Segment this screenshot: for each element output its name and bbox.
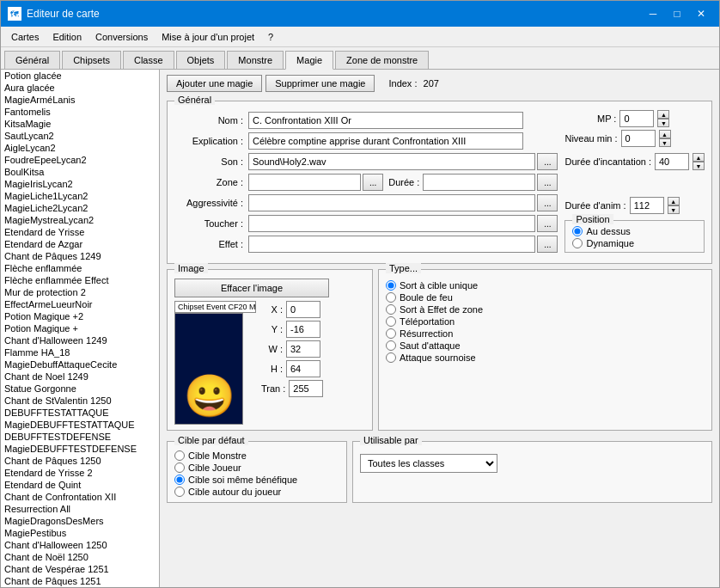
list-item[interactable]: Aura glacée	[1, 82, 159, 94]
list-item[interactable]: Chant de Confrontation XII	[1, 491, 159, 503]
type-teleportation-radio[interactable]	[386, 316, 396, 327]
explication-input[interactable]	[248, 132, 523, 150]
add-magic-button[interactable]: Ajouter une magie	[167, 75, 262, 92]
duree-anim-spin-down[interactable]: ▼	[668, 205, 680, 214]
list-item[interactable]: Etendard de Yrisse	[1, 226, 159, 238]
list-item[interactable]: MagieMystreaLycan2	[1, 214, 159, 226]
aggressivite-browse-button[interactable]: ...	[537, 194, 558, 211]
list-item[interactable]: Flamme HA_18	[1, 346, 159, 358]
list-item[interactable]: Resurrection All	[1, 503, 159, 515]
nom-input[interactable]	[248, 112, 523, 129]
effacer-image-button[interactable]: Effacer l'image	[174, 279, 329, 297]
list-item[interactable]: MagieDragonsDesMers	[1, 515, 159, 527]
list-item[interactable]: Statue Gorgonne	[1, 383, 159, 395]
tab-magie[interactable]: Magie	[285, 51, 333, 70]
menu-mise-a-jour[interactable]: Mise à jour d'un projet	[155, 30, 261, 44]
type-resurrection[interactable]: Résurrection	[386, 328, 705, 339]
list-item[interactable]: MagieDEBUFFTESTDEFENSE	[1, 443, 159, 455]
duree-anim-spin-up[interactable]: ▲	[668, 197, 680, 205]
position-au-dessus-radio[interactable]	[572, 226, 583, 236]
list-item[interactable]: Potion Magique +2	[1, 310, 159, 322]
type-sort-cible-unique-radio[interactable]	[386, 280, 396, 291]
type-attaque-sournoise[interactable]: Attaque sournoise	[386, 352, 705, 363]
menu-help[interactable]: ?	[261, 30, 280, 44]
niveau-min-input[interactable]	[621, 130, 656, 147]
list-item[interactable]: Chant de Noel 1249	[1, 371, 159, 383]
type-sort-effet-zone-radio[interactable]	[386, 304, 396, 315]
cible-autour[interactable]: Cible autour du joueur	[174, 487, 339, 497]
niveau-min-spin-up[interactable]: ▲	[659, 130, 671, 138]
aggressivite-input[interactable]	[248, 194, 535, 211]
list-item[interactable]: SautLycan2	[1, 130, 159, 142]
list-item[interactable]: Fantomelis	[1, 106, 159, 118]
list-item[interactable]: Etendard de Azgar	[1, 238, 159, 250]
y-input[interactable]	[286, 321, 320, 338]
tab-chipsets[interactable]: Chipsets	[62, 51, 121, 69]
list-item[interactable]: Chant de Pâques 1251	[1, 575, 159, 587]
list-item[interactable]: Etendard de Yrisse 2	[1, 467, 159, 479]
type-boule-de-feu-radio[interactable]	[386, 292, 396, 303]
list-item[interactable]: Chant de Vespérae 1251	[1, 563, 159, 575]
duree-browse-button[interactable]: ...	[537, 174, 558, 191]
duree-input[interactable]	[423, 174, 535, 191]
mp-spin-up[interactable]: ▲	[657, 110, 669, 119]
position-dynamique-radio[interactable]	[572, 238, 583, 248]
cible-joueur[interactable]: Cible Joueur	[174, 462, 339, 473]
tab-objets[interactable]: Objets	[176, 51, 226, 69]
duree-incantation-spin-up[interactable]: ▲	[693, 153, 705, 162]
list-item[interactable]: Chant de Pâques 1250	[1, 455, 159, 467]
son-input[interactable]	[248, 153, 535, 170]
type-saut-attaque[interactable]: Saut d'attaque	[386, 340, 705, 351]
list-item[interactable]: Chant de Pâques 1249	[1, 250, 159, 262]
effet-browse-button[interactable]: ...	[537, 236, 558, 253]
type-sort-effet-zone[interactable]: Sort à Effet de zone	[386, 304, 705, 315]
effet-input[interactable]	[248, 236, 535, 253]
tab-classe[interactable]: Classe	[123, 51, 174, 69]
list-item[interactable]: Flèche enflammée Effect	[1, 274, 159, 286]
cible-soi-meme[interactable]: Cible soi même bénéfique	[174, 475, 339, 485]
x-input[interactable]	[286, 301, 320, 318]
list-item[interactable]: Chant d'Halloween 1249	[1, 334, 159, 346]
mp-input[interactable]	[619, 110, 654, 127]
toucher-input[interactable]	[248, 215, 535, 232]
list-item[interactable]: FoudreEpeeLycan2	[1, 154, 159, 166]
close-button[interactable]: ✕	[690, 5, 712, 22]
list-item[interactable]: MagieDEBUFFTESTATTAQUE	[1, 419, 159, 431]
sidebar-list[interactable]: Potion glacée Aura glacée MagieArméLanis…	[1, 70, 159, 587]
type-resurrection-radio[interactable]	[386, 328, 396, 339]
type-teleportation[interactable]: Téléportation	[386, 316, 705, 327]
minimize-button[interactable]: ─	[642, 5, 664, 22]
menu-cartes[interactable]: Cartes	[4, 30, 46, 44]
position-dynamique[interactable]: Dynamique	[572, 238, 697, 248]
duree-anim-input[interactable]	[630, 197, 664, 214]
menu-conversions[interactable]: Conversions	[88, 30, 155, 44]
zone-input[interactable]	[248, 174, 361, 191]
tab-zone-monstre[interactable]: Zone de monstre	[335, 51, 429, 69]
niveau-min-spin-down[interactable]: ▼	[659, 138, 671, 147]
list-item[interactable]: MagieLiche2Lycan2	[1, 202, 159, 214]
cible-soi-meme-radio[interactable]	[174, 475, 185, 485]
remove-magic-button[interactable]: Supprimer une magie	[265, 75, 375, 92]
list-item[interactable]: Chant de Noël 1250	[1, 551, 159, 563]
list-item[interactable]: Mur de protection 2	[1, 286, 159, 298]
tab-monstre[interactable]: Monstre	[227, 51, 284, 69]
type-saut-attaque-radio[interactable]	[386, 340, 396, 351]
list-item[interactable]: Chant de StValentin 1250	[1, 395, 159, 407]
zone-browse-button[interactable]: ...	[363, 174, 383, 191]
utilisable-dropdown[interactable]: Toutes les classes	[360, 454, 497, 473]
menu-edition[interactable]: Edition	[46, 30, 88, 44]
list-item[interactable]: MagieIrisLycan2	[1, 178, 159, 190]
duree-incantation-spin-down[interactable]: ▼	[693, 162, 705, 170]
list-item[interactable]: MagieArméLanis	[1, 94, 159, 106]
cible-autour-radio[interactable]	[174, 487, 185, 497]
type-boule-de-feu[interactable]: Boule de feu	[386, 292, 705, 303]
list-item[interactable]: Flèche enflammée	[1, 262, 159, 274]
cible-joueur-radio[interactable]	[174, 462, 185, 473]
toucher-browse-button[interactable]: ...	[537, 215, 558, 232]
list-item[interactable]: MagieDebuffAttaqueCecite	[1, 358, 159, 371]
type-attaque-sournoise-radio[interactable]	[386, 352, 396, 363]
mp-spin-down[interactable]: ▼	[657, 119, 669, 127]
list-item[interactable]: Potion glacée	[1, 70, 159, 82]
w-input[interactable]	[286, 340, 320, 358]
son-browse-button[interactable]: ...	[537, 153, 558, 170]
